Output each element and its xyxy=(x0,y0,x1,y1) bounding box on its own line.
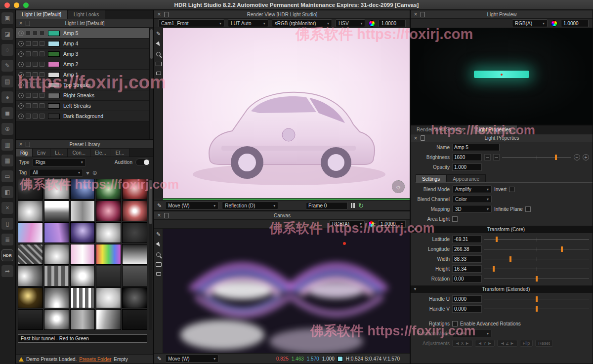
mapping-dropdown[interactable]: 3D xyxy=(452,205,492,213)
tab-env[interactable]: Env xyxy=(33,149,50,157)
power-icon[interactable] xyxy=(18,31,24,36)
paint-tool-icon[interactable]: ✎ xyxy=(157,356,162,362)
visibility-checkbox[interactable] xyxy=(40,51,44,56)
preview-exposure-field[interactable]: 1.0000 xyxy=(561,20,589,27)
paint-tool-icon[interactable]: ✎ xyxy=(157,202,162,208)
property-slider[interactable] xyxy=(484,305,589,313)
area-light-checkbox[interactable] xyxy=(452,216,458,222)
power-icon[interactable] xyxy=(18,72,24,78)
visibility-checkbox[interactable] xyxy=(33,93,38,98)
light-color-swatch[interactable] xyxy=(48,82,60,88)
light-row[interactable]: Dark Background xyxy=(16,111,149,121)
environment-toggle-icon[interactable]: ☼ xyxy=(392,180,405,193)
light-position-tool-icon[interactable]: ⊕ xyxy=(1,123,13,135)
power-icon[interactable] xyxy=(18,82,24,88)
transform-core-section[interactable]: ▼ Transform (Core) xyxy=(411,226,593,233)
preset-thumbnail[interactable] xyxy=(70,287,95,308)
preset-thumbnail[interactable] xyxy=(96,266,121,286)
close-icon[interactable]: × xyxy=(17,20,24,27)
decrease-button[interactable]: − xyxy=(574,154,580,161)
property-slider[interactable] xyxy=(484,275,589,283)
cursor-tool-icon[interactable] xyxy=(156,242,162,248)
visibility-checkbox[interactable] xyxy=(26,82,31,87)
tab-render-view-settings[interactable]: Render View Settings xyxy=(411,125,470,134)
preset-thumbnail[interactable] xyxy=(122,309,147,330)
light-row[interactable]: Right Streaks xyxy=(16,90,149,101)
visibility-checkbox[interactable] xyxy=(33,41,38,46)
collapse-icon[interactable]: ▼ xyxy=(413,287,417,291)
tab-content[interactable]: Con... xyxy=(68,149,90,157)
preset-thumbnail[interactable] xyxy=(96,222,121,243)
tab-appearance[interactable]: Appearance xyxy=(446,174,486,182)
frame-tool-icon[interactable]: ▯ xyxy=(1,218,13,230)
preview-channel-dropdown[interactable]: RGB(A) xyxy=(512,19,548,27)
canvas-channel-dropdown[interactable]: RGB(A) xyxy=(329,220,365,228)
panel-menu-icon[interactable] xyxy=(26,21,30,26)
close-icon[interactable]: × xyxy=(156,212,163,219)
light-row[interactable]: Left Streaks xyxy=(16,101,149,111)
slider-handle[interactable] xyxy=(561,246,563,252)
screen-tool-icon[interactable]: ▭ xyxy=(1,170,13,182)
preset-thumbnail[interactable] xyxy=(96,179,121,200)
light-color-swatch[interactable] xyxy=(48,51,60,57)
preset-name-field[interactable]: Fast blur tunnel - Red to Green xyxy=(18,334,147,343)
panel-menu-icon[interactable] xyxy=(421,12,425,17)
preset-thumbnail[interactable] xyxy=(18,266,43,286)
canvas-image[interactable] xyxy=(163,229,410,354)
preset-thumbnail[interactable] xyxy=(70,309,95,330)
favorite-icon[interactable]: ♥ xyxy=(86,170,89,176)
color-wheel-icon[interactable] xyxy=(368,221,375,227)
visibility-checkbox[interactable] xyxy=(26,103,31,108)
enable-advanced-rotations-checkbox[interactable] xyxy=(452,321,458,326)
adjust-button[interactable]: Flip xyxy=(520,340,533,347)
preset-thumbnail[interactable] xyxy=(44,266,69,286)
power-icon[interactable] xyxy=(18,41,24,46)
slider-handle[interactable] xyxy=(536,276,538,282)
visibility-checkbox[interactable] xyxy=(26,62,31,67)
power-icon[interactable] xyxy=(18,103,24,109)
visibility-checkbox[interactable] xyxy=(33,31,38,36)
scrim-tool-icon[interactable]: ▦ xyxy=(1,155,13,166)
light-list-scrollbar[interactable] xyxy=(149,28,153,139)
visibility-checkbox[interactable] xyxy=(26,31,31,36)
visibility-checkbox[interactable] xyxy=(26,72,31,77)
preset-thumbnail[interactable] xyxy=(122,244,147,265)
light-row[interactable]: Amp 1 xyxy=(16,70,149,80)
tab-settings[interactable]: Settings xyxy=(416,174,446,182)
tab-light-list-default[interactable]: Light List [Default] xyxy=(16,10,68,19)
close-icon[interactable]: × xyxy=(412,11,419,18)
property-slider[interactable] xyxy=(484,295,589,303)
preset-thumbnail[interactable] xyxy=(18,287,43,308)
export-tool-icon[interactable]: ➦ xyxy=(1,265,13,277)
preset-thumbnail[interactable] xyxy=(18,309,43,330)
preset-thumbnail[interactable] xyxy=(44,244,69,265)
property-value-field[interactable]: 0.000 xyxy=(452,305,482,313)
lasso-tool-icon[interactable]: ◌ xyxy=(1,44,13,56)
panel-menu-icon[interactable] xyxy=(164,213,169,218)
slider-handle[interactable] xyxy=(496,237,498,242)
preset-thumbnail[interactable] xyxy=(122,222,147,243)
exposure-field[interactable]: 1.0000 xyxy=(379,20,406,27)
tag-dropdown[interactable]: All xyxy=(30,169,83,177)
slider-handle[interactable] xyxy=(536,306,538,312)
panel-menu-icon[interactable] xyxy=(421,135,425,141)
power-icon[interactable] xyxy=(18,114,24,119)
tab-lights[interactable]: Li... xyxy=(50,149,68,157)
slider-handle[interactable] xyxy=(555,155,557,160)
light-color-swatch[interactable] xyxy=(48,41,60,46)
light-color-swatch[interactable] xyxy=(48,72,60,78)
brightness-field[interactable]: 1600 xyxy=(452,154,482,161)
power-icon[interactable] xyxy=(18,93,24,98)
name-field[interactable]: Amp 5 xyxy=(452,144,500,151)
preset-thumbnail[interactable] xyxy=(70,179,95,200)
colorspace-dropdown[interactable]: sRGB (rgbMonitor) xyxy=(272,19,332,27)
lut-dropdown[interactable]: LUT Auto xyxy=(228,19,268,27)
property-value-field[interactable]: 266.38 xyxy=(452,245,482,253)
preset-thumbnail[interactable] xyxy=(96,287,121,308)
eraser-tool-icon[interactable]: ◪ xyxy=(1,28,13,40)
transform-extended-section[interactable]: ▼ Transform (Extended) xyxy=(411,285,593,293)
close-icon[interactable]: × xyxy=(412,135,419,142)
property-slider[interactable] xyxy=(484,245,589,253)
preset-thumbnail[interactable] xyxy=(18,179,43,200)
zoom-tool-icon[interactable] xyxy=(156,252,161,257)
